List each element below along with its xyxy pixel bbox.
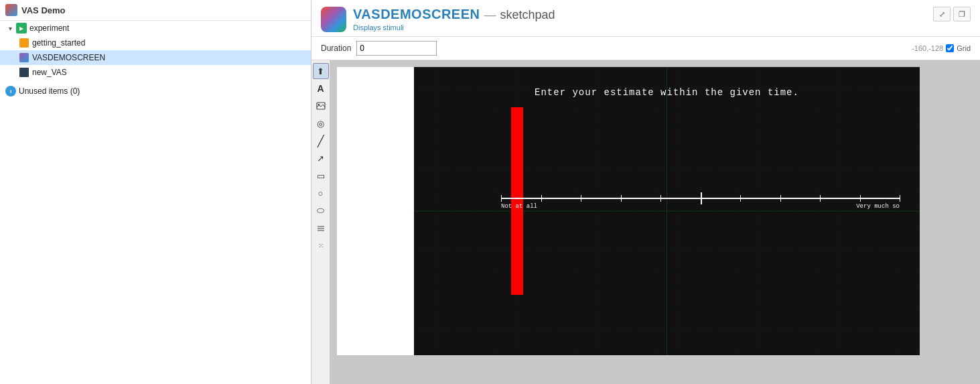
experiment-icon — [16, 23, 27, 34]
hatch-tool[interactable] — [313, 220, 329, 236]
vas-label-right: Very much so — [856, 203, 900, 210]
sketchpad-scroll[interactable]: Enter your estimate within the given tim… — [330, 60, 980, 384]
rect-tool[interactable]: ▭ — [313, 168, 329, 184]
circle-tool[interactable]: ○ — [313, 185, 329, 201]
duration-input[interactable] — [356, 41, 437, 56]
newvas-icon — [19, 67, 29, 78]
unused-icon: i — [5, 86, 16, 97]
sketchpad-canvas[interactable]: Enter your estimate within the given tim… — [337, 67, 920, 355]
svg-rect-5 — [414, 67, 920, 355]
line-tool[interactable]: ╱ — [313, 133, 329, 149]
tree-item-experiment[interactable]: ▾ experiment — [0, 21, 311, 36]
collapse-button[interactable]: ❐ — [953, 7, 971, 21]
unused-items-section: i Unused items (0) — [0, 82, 311, 100]
display-area: Enter your estimate within the given tim… — [414, 67, 920, 355]
grid-checkbox[interactable] — [946, 44, 954, 52]
component-type: sketchpad — [500, 8, 555, 22]
grid-svg — [414, 67, 920, 355]
toggle-experiment[interactable]: ▾ — [5, 23, 15, 33]
canvas-container: ⬆ A ◎ ╱ ↗ ▭ ○ ⬭ ⁙ — [311, 60, 980, 384]
ellipse-tool[interactable]: ⬭ — [313, 202, 329, 218]
main-content: VASDEMOSCREEN — sketchpad Displays stimu… — [311, 0, 980, 384]
fixdot-tool[interactable]: ◎ — [313, 115, 329, 131]
unused-items-label: Unused items (0) — [19, 86, 80, 96]
app-title: VAS Demo — [21, 5, 66, 15]
component-header: VASDEMOSCREEN — sketchpad Displays stimu… — [311, 0, 980, 37]
getting-started-label: getting_started — [32, 38, 85, 48]
vasdemo-label: VASDEMOSCREEN — [32, 53, 105, 62]
image-tool[interactable] — [313, 98, 329, 114]
red-bar — [511, 107, 523, 295]
vasdemo-icon — [19, 52, 29, 63]
tree-item-vasdemoscreen[interactable]: VASDEMOSCREEN — [0, 50, 311, 65]
sketchpad-area: Enter your estimate within the given tim… — [330, 60, 980, 384]
duration-label: Duration — [321, 44, 351, 53]
select-tool[interactable]: ⬆ — [313, 63, 329, 79]
vas-scale: Not at all Very much so — [501, 198, 900, 199]
tree-item-getting-started[interactable]: getting_started — [0, 36, 311, 50]
display-text: Enter your estimate within the given tim… — [414, 87, 920, 98]
getting-started-icon — [19, 38, 29, 48]
component-name: VASDEMOSCREEN — [353, 7, 480, 22]
text-tool[interactable]: A — [313, 80, 329, 97]
component-dash: — — [484, 8, 496, 22]
fullscreen-button[interactable]: ⤢ — [933, 7, 951, 21]
svg-point-1 — [318, 104, 319, 105]
header-actions: ⤢ ❐ — [933, 7, 971, 21]
vas-line — [501, 198, 900, 199]
app-title-row: VAS Demo — [0, 0, 311, 21]
component-title-block: VASDEMOSCREEN — sketchpad Displays stimu… — [353, 7, 933, 31]
duration-row: Duration -160,-128 Grid — [311, 37, 980, 60]
component-subtitle: Displays stimuli — [353, 23, 933, 31]
app-icon — [5, 4, 17, 16]
coord-display: -160,-128 — [912, 44, 943, 52]
grid-label: Grid — [957, 44, 971, 52]
toolbar: ⬆ A ◎ ╱ ↗ ▭ ○ ⬭ ⁙ — [311, 60, 330, 384]
noise-tool[interactable]: ⁙ — [313, 237, 329, 253]
newvas-label: new_VAS — [32, 68, 67, 77]
sidebar: VAS Demo ▾ experiment getting_started VA… — [0, 0, 311, 384]
tree-item-new-vas[interactable]: new_VAS — [0, 65, 311, 80]
white-area — [337, 67, 414, 355]
experiment-label: experiment — [29, 23, 69, 33]
arrow-tool[interactable]: ↗ — [313, 150, 329, 166]
vas-label-left: Not at all — [501, 203, 537, 210]
component-icon — [321, 7, 346, 32]
